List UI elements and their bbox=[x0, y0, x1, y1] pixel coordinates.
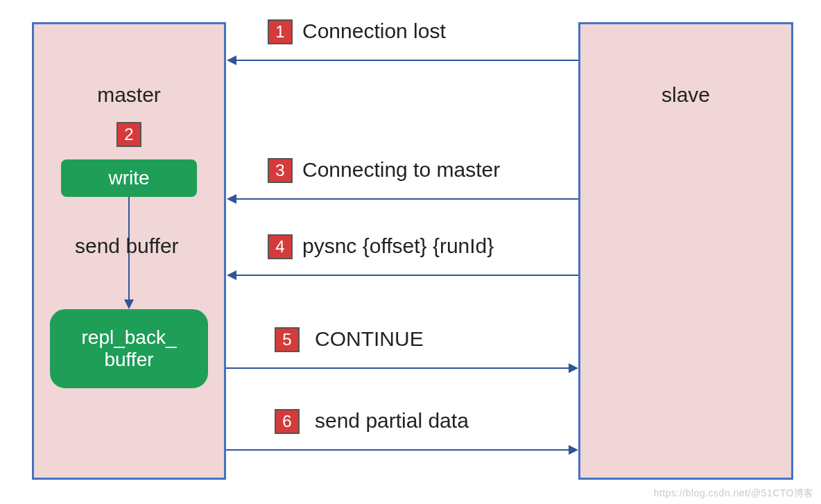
step-text-1: Connection lost bbox=[302, 19, 446, 43]
arrow-5 bbox=[226, 367, 569, 369]
arrow-1 bbox=[236, 60, 578, 61]
slave-label: slave bbox=[578, 83, 793, 107]
arrow-6-head bbox=[569, 445, 578, 455]
step-badge-3: 3 bbox=[268, 158, 293, 183]
step-badge-6: 6 bbox=[275, 409, 300, 434]
arrow-6 bbox=[226, 449, 569, 451]
watermark: https://blog.csdn.net/@51CTO博客 bbox=[654, 487, 814, 500]
step-text-5: CONTINUE bbox=[315, 327, 424, 351]
step-text-3: Connecting to master bbox=[302, 158, 500, 182]
step-text-4: pysnc {offset} {runId} bbox=[302, 234, 494, 258]
master-label: master bbox=[32, 83, 226, 107]
arrow-4 bbox=[236, 275, 578, 276]
arrow-3-head bbox=[227, 194, 236, 204]
arrow-3 bbox=[236, 198, 578, 200]
arrow-1-head bbox=[227, 55, 236, 65]
step-badge-1: 1 bbox=[268, 19, 293, 44]
send-buffer-label: send buffer bbox=[75, 234, 179, 258]
repl-back-buffer-box: repl_back_ buffer bbox=[50, 309, 208, 388]
arrow-4-head bbox=[227, 270, 236, 280]
step-badge-2: 2 bbox=[116, 122, 141, 147]
write-box: write bbox=[61, 159, 197, 197]
step-badge-5: 5 bbox=[275, 327, 300, 352]
step-text-6: send partial data bbox=[315, 409, 469, 433]
arrow-5-head bbox=[569, 363, 578, 373]
arrow-write-to-buffer-head bbox=[124, 299, 134, 309]
step-badge-4: 4 bbox=[268, 234, 293, 259]
